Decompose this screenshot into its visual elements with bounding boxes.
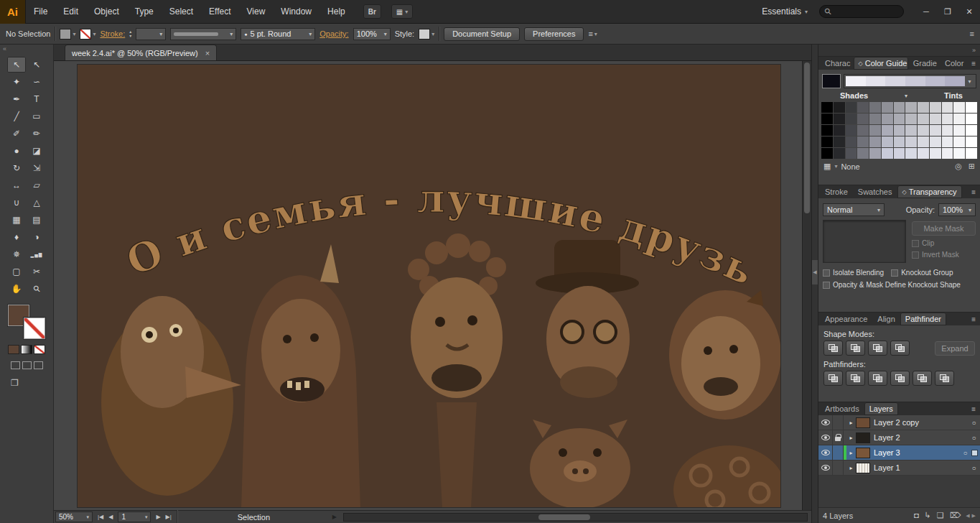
- artboard-tool[interactable]: ▢: [7, 264, 26, 279]
- color-mode-fill[interactable]: [8, 345, 19, 354]
- paintbrush-tool[interactable]: ✐: [7, 126, 26, 142]
- limit-colors-icon[interactable]: ▦: [823, 162, 831, 171]
- target-circle[interactable]: ○: [968, 464, 980, 472]
- menu-item-window[interactable]: Window: [273, 0, 319, 24]
- shape-builder-tool[interactable]: ∪: [7, 195, 26, 210]
- previous-artboard-icon[interactable]: ◀: [108, 514, 113, 520]
- tab-align[interactable]: Align: [872, 313, 900, 325]
- menu-item-effect[interactable]: Effect: [201, 0, 238, 24]
- color-swatch[interactable]: [953, 148, 965, 159]
- color-swatch[interactable]: [882, 148, 893, 159]
- canvas-area[interactable]: «ГМО и семья - лучшие друзья!»: [54, 61, 811, 510]
- variable-width-dropdown[interactable]: ▾: [170, 28, 236, 40]
- app-logo[interactable]: Ai: [0, 0, 26, 24]
- color-swatch[interactable]: [821, 136, 833, 147]
- direct-selection-tool[interactable]: ↖: [27, 57, 46, 73]
- line-segment-tool[interactable]: ╱: [7, 108, 26, 124]
- arrange-documents-button[interactable]: ▦▾: [391, 4, 413, 19]
- color-swatch[interactable]: [966, 136, 977, 147]
- color-swatch[interactable]: [953, 136, 965, 147]
- color-swatch[interactable]: [869, 102, 881, 113]
- column-graph-tool[interactable]: ▂▅▇: [27, 246, 46, 262]
- layer-name[interactable]: Layer 1: [870, 463, 968, 472]
- color-swatch[interactable]: [930, 125, 941, 136]
- lock-cell[interactable]: [833, 445, 844, 460]
- color-swatch[interactable]: [894, 136, 905, 147]
- color-swatch[interactable]: [846, 136, 857, 147]
- draw-behind-icon[interactable]: [22, 361, 32, 369]
- color-swatch[interactable]: [882, 114, 893, 124]
- lasso-tool[interactable]: ∽: [27, 74, 46, 90]
- zoom-tool[interactable]: ⚲: [27, 281, 46, 297]
- color-swatch[interactable]: [857, 102, 869, 113]
- knockout-group-checkbox[interactable]: Knockout Group: [891, 269, 953, 277]
- color-swatch[interactable]: [821, 102, 833, 113]
- layer-row[interactable]: ▸Layer 2○: [818, 430, 980, 445]
- make-mask-button[interactable]: Make Mask: [912, 221, 976, 236]
- color-swatch[interactable]: [966, 125, 977, 136]
- trim-button[interactable]: [846, 371, 865, 386]
- panel-menu-icon[interactable]: ≡: [967, 185, 980, 198]
- color-swatch[interactable]: [834, 148, 845, 159]
- horizontal-scrollbar-thumb[interactable]: [538, 514, 590, 520]
- delete-layer-icon[interactable]: ⌦: [950, 511, 961, 520]
- color-swatch[interactable]: [882, 136, 893, 147]
- horizontal-scrollbar[interactable]: [343, 513, 808, 522]
- new-layer-icon[interactable]: ❏: [937, 511, 944, 520]
- color-swatch[interactable]: [905, 148, 917, 159]
- tab-pathfinder[interactable]: Pathfinder: [900, 313, 946, 325]
- scale-tool[interactable]: ⇲: [27, 160, 46, 176]
- tab-swatches[interactable]: Swatches: [853, 185, 897, 198]
- hand-tool[interactable]: ✋: [7, 281, 26, 297]
- stroke-weight-field[interactable]: ▾: [136, 28, 166, 40]
- color-swatch[interactable]: [821, 125, 833, 136]
- color-swatch[interactable]: [905, 136, 917, 147]
- eraser-tool[interactable]: ◪: [27, 143, 46, 159]
- menu-item-file[interactable]: File: [26, 0, 55, 24]
- color-swatch[interactable]: [953, 102, 965, 113]
- close-tab-icon[interactable]: ×: [205, 49, 210, 57]
- style-dropdown[interactable]: ▾: [419, 29, 434, 40]
- collapse-toolbar-icon[interactable]: «: [3, 45, 6, 52]
- color-swatch[interactable]: [821, 148, 833, 159]
- stroke-weight-stepper[interactable]: ▴▾: [129, 29, 131, 38]
- screen-mode-icon[interactable]: ❐: [11, 378, 19, 388]
- width-tool[interactable]: ↔: [7, 177, 26, 193]
- workspace-switcher[interactable]: Essentials▾: [762, 6, 808, 17]
- close-button[interactable]: ✕: [958, 3, 980, 20]
- layer-row[interactable]: ▸Layer 1○: [818, 460, 980, 476]
- blob-brush-tool[interactable]: ●: [7, 143, 26, 159]
- color-swatch[interactable]: [846, 148, 857, 159]
- dock-scroll-right-icon[interactable]: ▶: [972, 513, 976, 519]
- isolate-blending-checkbox[interactable]: Isolate Blending: [823, 269, 884, 277]
- color-swatch[interactable]: [918, 148, 929, 159]
- opacity-panel-link[interactable]: Opacity:: [319, 29, 348, 38]
- color-swatch[interactable]: [930, 102, 941, 113]
- minimize-button[interactable]: ─: [915, 3, 937, 20]
- rectangle-tool[interactable]: ▭: [27, 108, 46, 124]
- color-swatch[interactable]: [966, 114, 977, 124]
- layer-name[interactable]: Layer 2 copy: [870, 418, 968, 427]
- align-options-dropdown[interactable]: ≡▾: [588, 29, 597, 38]
- color-swatch[interactable]: [953, 125, 965, 136]
- tab-color-guide[interactable]: ◇Color Guide: [854, 57, 908, 70]
- blend-mode-select[interactable]: Normal▾: [823, 203, 885, 216]
- opacity-select[interactable]: 100%▾: [938, 203, 976, 216]
- color-swatch[interactable]: [834, 136, 845, 147]
- visibility-toggle[interactable]: [818, 460, 833, 475]
- menu-item-select[interactable]: Select: [162, 0, 201, 24]
- color-swatch[interactable]: [846, 102, 857, 113]
- perspective-grid-tool[interactable]: △: [27, 195, 46, 210]
- make-clipping-mask-icon[interactable]: ◘: [914, 511, 919, 520]
- color-swatch[interactable]: [894, 102, 905, 113]
- artboard-navigation-field[interactable]: 1▾: [118, 512, 151, 522]
- brush-definition-dropdown[interactable]: ●5 pt. Round▾: [241, 28, 315, 40]
- divide-button[interactable]: [823, 371, 843, 386]
- pencil-tool[interactable]: ✏: [27, 126, 46, 142]
- layer-thumbnail[interactable]: [856, 417, 870, 428]
- visibility-toggle[interactable]: [818, 445, 833, 460]
- exclude-button[interactable]: [890, 341, 910, 356]
- color-swatch[interactable]: [894, 148, 905, 159]
- color-swatch[interactable]: [953, 114, 965, 124]
- document-setup-button[interactable]: Document Setup: [444, 27, 520, 41]
